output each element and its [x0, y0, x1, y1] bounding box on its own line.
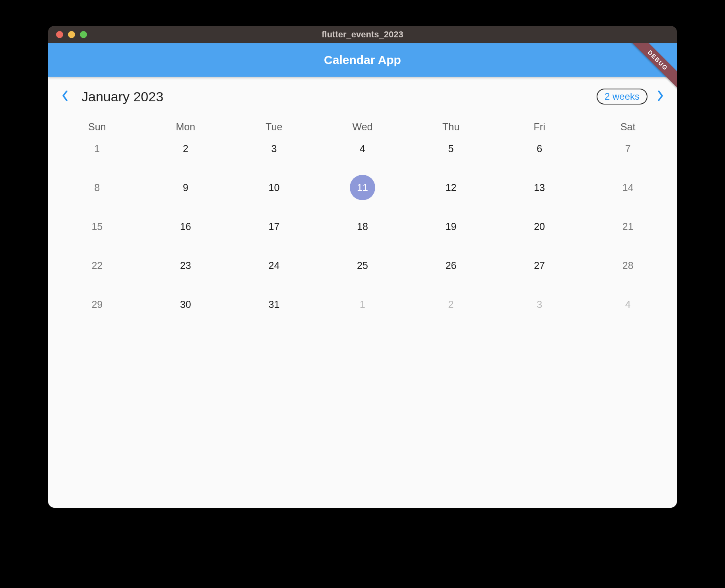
calendar-day-cell[interactable]: 17 [230, 211, 318, 250]
month-label: January 2023 [81, 89, 163, 104]
calendar-day-number: 4 [350, 136, 375, 161]
calendar-day-number: 26 [438, 253, 464, 278]
calendar-day-number: 28 [615, 253, 641, 278]
calendar-day-cell[interactable]: 4 [583, 288, 672, 327]
calendar-day-cell[interactable]: 13 [495, 172, 584, 211]
calendar-day-cell[interactable]: 21 [583, 211, 672, 250]
calendar-day-cell[interactable]: 31 [230, 288, 318, 327]
calendar-day-cell[interactable]: 25 [318, 250, 407, 288]
calendar-day-number: 30 [173, 292, 198, 317]
calendar-day-number: 19 [438, 214, 464, 239]
calendar-day-cell[interactable]: 2 [407, 288, 495, 327]
calendar-day-number: 14 [615, 175, 641, 200]
calendar-day-number: 9 [173, 175, 198, 200]
day-of-week-label: Sun [53, 121, 142, 133]
calendar-day-cell[interactable]: 28 [583, 250, 672, 288]
calendar-day-cell[interactable]: 8 [53, 172, 142, 211]
calendar-day-number-today: 11 [350, 175, 375, 200]
calendar-day-number: 13 [527, 175, 552, 200]
calendar-format-button[interactable]: 2 weeks [597, 89, 647, 104]
chevron-left-icon [62, 91, 68, 103]
calendar-day-cell[interactable]: 14 [583, 172, 672, 211]
calendar-grid: 1234567891011121314151617181920212223242… [53, 133, 672, 327]
next-month-button[interactable] [651, 91, 670, 103]
calendar-day-cell[interactable]: 22 [53, 250, 142, 288]
calendar-day-cell[interactable]: 20 [495, 211, 584, 250]
calendar-day-number: 15 [84, 214, 110, 239]
calendar-day-cell[interactable]: 23 [142, 250, 230, 288]
window-title: flutter_events_2023 [48, 29, 677, 40]
traffic-lights [48, 31, 87, 38]
calendar-day-cell[interactable]: 19 [407, 211, 495, 250]
calendar-day-cell[interactable]: 16 [142, 211, 230, 250]
calendar-day-cell[interactable]: 26 [407, 250, 495, 288]
app-window: flutter_events_2023 Calendar App DEBUG J… [48, 26, 677, 508]
window-close-button[interactable] [56, 31, 63, 38]
calendar-day-number: 2 [438, 292, 464, 317]
calendar-day-number: 8 [84, 175, 110, 200]
calendar-day-cell[interactable]: 1 [53, 133, 142, 172]
calendar: January 2023 2 weeks SunMonTueWedThuFriS… [48, 77, 677, 327]
day-of-week-label: Sat [583, 121, 672, 133]
calendar-day-cell[interactable]: 29 [53, 288, 142, 327]
calendar-day-number: 23 [173, 253, 198, 278]
calendar-day-number: 17 [261, 214, 287, 239]
calendar-day-number: 10 [261, 175, 287, 200]
calendar-day-cell[interactable]: 1 [318, 288, 407, 327]
calendar-day-number: 7 [615, 136, 641, 161]
calendar-day-number: 21 [615, 214, 641, 239]
calendar-day-cell[interactable]: 11 [318, 172, 407, 211]
calendar-day-number: 29 [84, 292, 110, 317]
calendar-day-number: 2 [173, 136, 198, 161]
day-of-week-label: Tue [230, 121, 318, 133]
calendar-day-number: 5 [438, 136, 464, 161]
calendar-day-number: 1 [84, 136, 110, 161]
calendar-day-cell[interactable]: 6 [495, 133, 584, 172]
calendar-day-cell[interactable]: 5 [407, 133, 495, 172]
titlebar: flutter_events_2023 [48, 26, 677, 43]
days-of-week-row: SunMonTueWedThuFriSat [53, 121, 672, 133]
calendar-day-cell[interactable]: 4 [318, 133, 407, 172]
calendar-day-cell[interactable]: 3 [495, 288, 584, 327]
calendar-day-cell[interactable]: 9 [142, 172, 230, 211]
prev-month-button[interactable] [55, 91, 74, 103]
calendar-day-number: 27 [527, 253, 552, 278]
calendar-day-number: 25 [350, 253, 375, 278]
day-of-week-label: Fri [495, 121, 584, 133]
calendar-day-number: 22 [84, 253, 110, 278]
calendar-day-number: 3 [527, 292, 552, 317]
calendar-day-number: 18 [350, 214, 375, 239]
calendar-day-cell[interactable]: 7 [583, 133, 672, 172]
calendar-day-number: 12 [438, 175, 464, 200]
app-surface: Calendar App DEBUG January 2023 2 weeks [48, 43, 677, 508]
calendar-day-cell[interactable]: 27 [495, 250, 584, 288]
appbar: Calendar App [48, 43, 677, 77]
appbar-title: Calendar App [324, 53, 401, 67]
calendar-day-cell[interactable]: 15 [53, 211, 142, 250]
calendar-day-number: 1 [350, 292, 375, 317]
calendar-day-cell[interactable]: 2 [142, 133, 230, 172]
window-zoom-button[interactable] [80, 31, 87, 38]
day-of-week-label: Mon [142, 121, 230, 133]
calendar-day-number: 20 [527, 214, 552, 239]
window-minimize-button[interactable] [68, 31, 75, 38]
calendar-day-number: 6 [527, 136, 552, 161]
chevron-right-icon [657, 91, 663, 103]
calendar-day-number: 4 [615, 292, 641, 317]
day-of-week-label: Thu [407, 121, 495, 133]
calendar-day-cell[interactable]: 12 [407, 172, 495, 211]
calendar-day-number: 3 [261, 136, 287, 161]
day-of-week-label: Wed [318, 121, 407, 133]
calendar-day-cell[interactable]: 18 [318, 211, 407, 250]
calendar-day-cell[interactable]: 30 [142, 288, 230, 327]
calendar-day-cell[interactable]: 24 [230, 250, 318, 288]
calendar-day-cell[interactable]: 10 [230, 172, 318, 211]
calendar-day-number: 16 [173, 214, 198, 239]
calendar-day-number: 31 [261, 292, 287, 317]
calendar-header: January 2023 2 weeks [53, 85, 672, 108]
calendar-day-number: 24 [261, 253, 287, 278]
calendar-day-cell[interactable]: 3 [230, 133, 318, 172]
